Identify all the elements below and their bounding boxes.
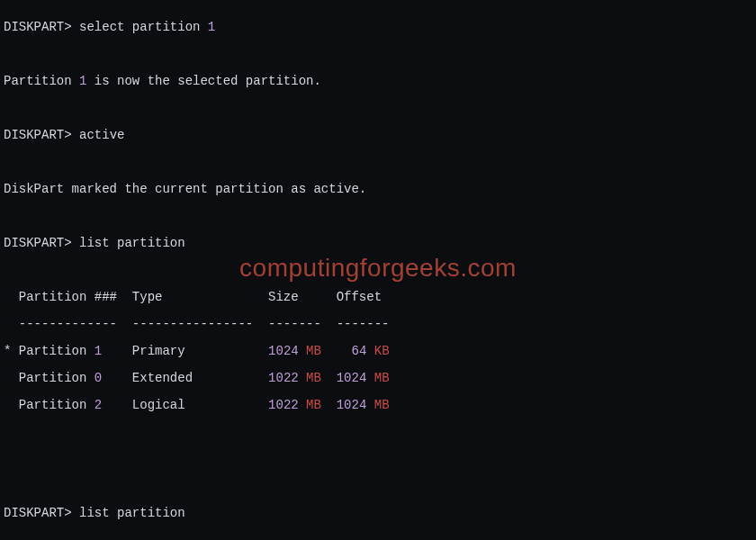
terminal-output: DISKPART> select partition 1 Partition 1… (0, 0, 756, 540)
blank-line (4, 48, 752, 61)
blank-line (4, 156, 752, 169)
prompt: DISKPART> (4, 20, 72, 34)
command-text: select partition (79, 20, 208, 34)
table-row: Partition 0 Extended 1022 MB 1024 MB (4, 372, 752, 385)
blank-line (4, 264, 752, 277)
table-header: Partition ### Type Size Offset (4, 291, 752, 304)
blank-line (4, 210, 752, 223)
table-row: * Partition 1 Primary 1024 MB 64 KB (4, 345, 752, 358)
blank-line (4, 534, 752, 540)
cmd-line-list-2: DISKPART> list partition (4, 507, 752, 520)
blank-line (4, 453, 752, 466)
table-row: Partition 2 Logical 1022 MB 1024 MB (4, 399, 752, 412)
blank-line (4, 426, 752, 439)
response-line: Partition 1 is now the selected partitio… (4, 75, 752, 88)
cmd-line-list: DISKPART> list partition (4, 237, 752, 250)
blank-line (4, 480, 752, 493)
arg-number: 1 (208, 20, 215, 34)
table-divider: ------------- ---------------- ------- -… (4, 318, 752, 331)
blank-line (4, 102, 752, 115)
response-line: DiskPart marked the current partition as… (4, 183, 752, 196)
cmd-line-active: DISKPART> active (4, 129, 752, 142)
cmd-line-select-1: DISKPART> select partition 1 (4, 21, 752, 34)
